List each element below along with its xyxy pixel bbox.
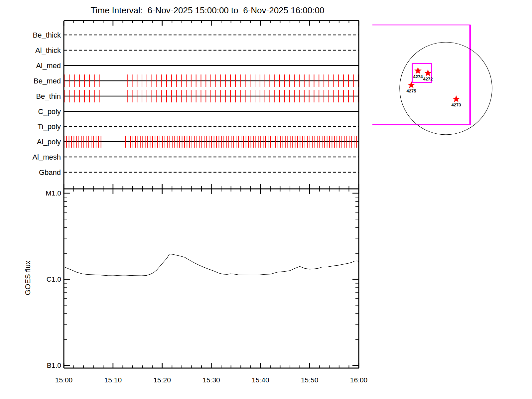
goes-y-axis: M1.0C1.0B1.0: [46, 189, 359, 369]
generated-plot-content: Be_thickAl_thickAl_medBe_medBe_thinC_pol…: [32, 21, 492, 384]
active-region-4275: 4275: [407, 81, 416, 94]
x-tick-label: 15:30: [202, 376, 220, 384]
goes-y-axis-title: GOES flux: [24, 261, 32, 295]
filter-row-label: Al_mesh: [32, 153, 61, 161]
x-tick-label: 15:40: [252, 376, 269, 384]
active-region-4273: 4273: [452, 95, 461, 108]
filter-row-Al_thick: Al_thick: [35, 46, 359, 55]
goes-flux-curve: [64, 254, 359, 276]
filter-row-label: Al_med: [36, 62, 61, 70]
x-tick-label: 15:20: [153, 376, 171, 384]
filter-row-label: C_poly: [38, 107, 61, 116]
x-axis-labels: 15:0015:1015:2015:3015:4015:5016:00: [55, 376, 368, 384]
active-region-label-4274: 4274: [413, 74, 423, 79]
x-tick-label: 15:50: [301, 376, 319, 384]
filter-row-label: Gband: [39, 168, 61, 177]
filter-timeline-panel: Be_thickAl_thickAl_medBe_medBe_thinC_pol…: [32, 31, 359, 177]
filter-row-C_poly: C_poly: [38, 107, 359, 116]
filter-row-Be_thin: Be_thin: [36, 90, 359, 102]
filter-row-Gband: Gband: [39, 168, 359, 177]
solar-disk-inset: 4274427242754273: [372, 25, 492, 135]
x-tick-label: 15:10: [104, 376, 122, 384]
x-tick-label: 15:00: [55, 376, 73, 384]
filter-row-Al_poly: Al_poly: [37, 136, 359, 148]
filter-row-label: Al_poly: [37, 138, 61, 146]
filter-row-label: Al_thick: [35, 46, 61, 55]
filter-row-Al_mesh: Al_mesh: [32, 153, 359, 161]
filter-row-label: Ti_poly: [38, 122, 61, 131]
filter-row-Al_med: Al_med: [36, 62, 359, 70]
active-region-star-4274: [414, 67, 422, 74]
goes-y-tick-label: C1.0: [47, 275, 61, 283]
filter-row-Be_thick: Be_thick: [33, 31, 359, 39]
time-axis-ticks: [64, 21, 359, 368]
filter-row-label: Be_med: [34, 77, 61, 85]
page-title: Time Interval: 6-Nov-2025 15:00:00 to 6-…: [91, 5, 325, 15]
active-region-label-4273: 4273: [452, 102, 461, 107]
active-region-4274: 4274: [413, 67, 423, 79]
plot-svg: Time Interval: 6-Nov-2025 15:00:00 to 6-…: [0, 0, 532, 399]
goes-y-tick-label: B1.0: [47, 361, 61, 369]
active-region-star-4273: [453, 95, 460, 102]
filter-row-Ti_poly: Ti_poly: [38, 122, 359, 131]
active-region-label-4272: 4272: [423, 76, 433, 81]
x-tick-label: 16:00: [350, 376, 368, 384]
active-region-label-4275: 4275: [407, 88, 416, 93]
panel-frames: [64, 21, 359, 368]
goes-y-tick-label: M1.0: [46, 189, 61, 197]
filter-row-label: Be_thin: [36, 92, 61, 100]
filter-row-label: Be_thick: [33, 31, 61, 39]
filter-row-Be_med: Be_med: [34, 74, 359, 87]
xrt-goes-timeline-screenshot: Time Interval: 6-Nov-2025 15:00:00 to 6-…: [0, 0, 532, 399]
active-region-star-4272: [424, 69, 432, 76]
